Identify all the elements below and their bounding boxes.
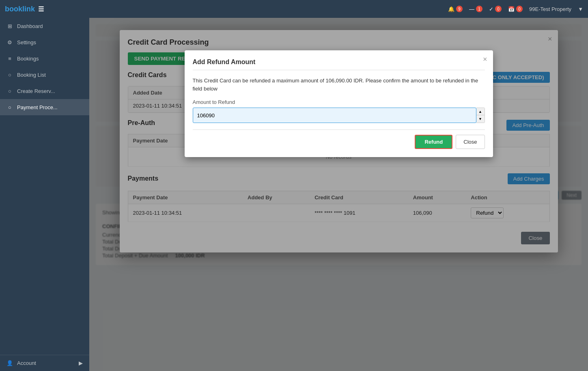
property-dropdown-icon[interactable]: ▼ xyxy=(578,6,583,12)
payment-processing-icon: ○ xyxy=(6,104,13,110)
top-navbar: booklink ☰ 🔔 9 — 1 ✓ 0 📅 0 99E-Test Prop… xyxy=(0,0,588,18)
inner-modal-footer: Refund Close xyxy=(193,129,485,149)
sidebar-label-bookings: Bookings xyxy=(17,56,39,62)
account-arrow-icon: ▶ xyxy=(79,360,83,366)
app-logo: booklink ☰ xyxy=(5,5,44,13)
spinner-buttons: ▲ ▼ xyxy=(476,108,485,123)
minus-icon: — xyxy=(469,6,474,12)
sidebar-item-dashboard[interactable]: ⊞ Dashboard xyxy=(0,18,89,34)
sidebar-menu: ⊞ Dashboard ⚙ Settings ≡ Bookings ○ Book… xyxy=(0,18,89,355)
content-area: Previous 1 Next Showing 1 to 1 of 1 entr… xyxy=(89,18,588,371)
amount-input-wrap: ▲ ▼ xyxy=(193,108,485,123)
amount-label: Amount to Refund xyxy=(193,99,485,105)
amount-form-group: Amount to Refund ▲ ▼ xyxy=(193,99,485,123)
bookings-icon: ≡ xyxy=(6,55,13,62)
add-refund-modal: Add Refund Amount × This Credit Card can… xyxy=(185,50,493,157)
credit-card-processing-modal: Credit Card Processing × SEND PAYMENT RE… xyxy=(120,30,558,252)
sidebar-label-booking-list: Booking List xyxy=(17,72,46,78)
sidebar-item-payment-processing[interactable]: ○ Payment Proce... xyxy=(0,99,89,115)
sidebar-item-create-reservation[interactable]: ○ Create Reserv... xyxy=(0,83,89,99)
dashboard-icon: ⊞ xyxy=(6,23,13,29)
sidebar: ⊞ Dashboard ⚙ Settings ≡ Bookings ○ Book… xyxy=(0,18,89,371)
sidebar-label-create-reservation: Create Reserv... xyxy=(17,88,55,94)
check-icon: ✓ xyxy=(489,6,493,12)
account-icon: 👤 xyxy=(6,360,13,366)
sidebar-item-bookings[interactable]: ≡ Bookings xyxy=(0,50,89,67)
sidebar-label-dashboard: Dashboard xyxy=(17,23,43,29)
sidebar-item-settings[interactable]: ⚙ Settings xyxy=(0,34,89,50)
account-label: Account xyxy=(17,360,36,366)
minus-count: 1 xyxy=(476,6,482,12)
top-nav-right: 🔔 9 — 1 ✓ 0 📅 0 99E-Test Property ▼ xyxy=(448,6,583,12)
refund-info-text: This Credit Card can be refunded a maxim… xyxy=(193,77,485,93)
sidebar-label-payment-processing: Payment Proce... xyxy=(17,104,58,110)
app-container: booklink ☰ 🔔 9 — 1 ✓ 0 📅 0 99E-Test Prop… xyxy=(0,0,588,371)
inner-modal-title: Add Refund Amount xyxy=(193,58,485,70)
main-layout: ⊞ Dashboard ⚙ Settings ≡ Bookings ○ Book… xyxy=(0,18,588,371)
bell-count: 9 xyxy=(456,6,463,12)
inner-modal-close-button[interactable]: × xyxy=(483,55,487,64)
refund-button[interactable]: Refund xyxy=(415,135,452,149)
inner-close-button[interactable]: Close xyxy=(456,135,485,149)
calendar-icon: 📅 xyxy=(508,6,515,12)
bell-icon: 🔔 xyxy=(448,6,454,12)
check-badge[interactable]: ✓ 0 xyxy=(489,6,502,12)
calendar-badge[interactable]: 📅 0 xyxy=(508,6,523,12)
inner-modal-overlay: Add Refund Amount × This Credit Card can… xyxy=(120,30,558,252)
outer-modal-overlay: Credit Card Processing × SEND PAYMENT RE… xyxy=(89,18,588,371)
property-name: 99E-Test Property xyxy=(529,6,571,12)
create-reservation-icon: ○ xyxy=(6,88,13,94)
booking-list-icon: ○ xyxy=(6,71,13,78)
spinner-up-button[interactable]: ▲ xyxy=(476,108,485,115)
sidebar-label-settings: Settings xyxy=(17,39,36,45)
calendar-count: 0 xyxy=(516,6,523,12)
sidebar-footer-account[interactable]: 👤 Account ▶ xyxy=(0,355,89,371)
amount-to-refund-input[interactable] xyxy=(193,108,476,123)
logo-text: booklink xyxy=(5,5,35,13)
sidebar-item-booking-list[interactable]: ○ Booking List xyxy=(0,67,89,83)
check-count: 0 xyxy=(495,6,502,12)
minus-badge[interactable]: — 1 xyxy=(469,6,482,12)
hamburger-icon[interactable]: ☰ xyxy=(38,5,44,13)
spinner-down-button[interactable]: ▼ xyxy=(476,115,485,123)
bell-badge[interactable]: 🔔 9 xyxy=(448,6,463,12)
settings-icon: ⚙ xyxy=(6,39,13,45)
